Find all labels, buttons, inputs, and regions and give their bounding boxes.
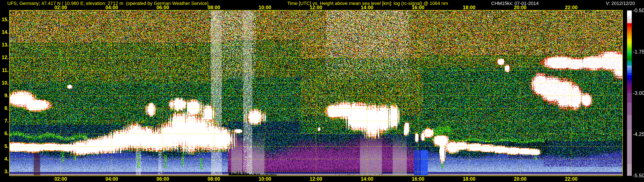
backscatter-heatmap-canvas bbox=[0, 0, 644, 182]
ceilometer-quicklook-window: UFS, Germany; 47.417 N / 10.980 E; eleva… bbox=[0, 0, 644, 182]
software-version: V: 2012/12/20 bbox=[606, 1, 635, 6]
station-info: UFS, Germany; 47.417 N / 10.980 E; eleva… bbox=[7, 1, 209, 6]
instrument-date: CHM15kx: 07-01-2014 bbox=[491, 1, 538, 6]
plot-title: Time [UTC] vs. Height above mean sea lev… bbox=[287, 1, 448, 6]
